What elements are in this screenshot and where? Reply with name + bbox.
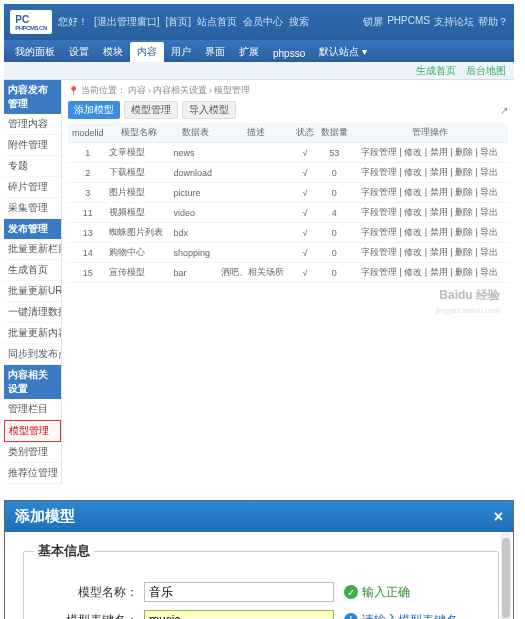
breadcrumb: 📍当前位置： 内容 › 内容相关设置 › 模型管理 (68, 84, 508, 97)
col-header: modelid (68, 123, 107, 143)
scrollbar-thumb[interactable] (502, 538, 510, 618)
col-header: 数据表 (172, 123, 219, 143)
nav-tab-4[interactable]: 用户 (164, 42, 198, 62)
manage-model-button[interactable]: 模型管理 (124, 101, 178, 119)
nav-tab-6[interactable]: 扩展 (232, 42, 266, 62)
add-model-button[interactable]: 添加模型 (68, 101, 120, 119)
search-link[interactable]: 搜索 (289, 15, 309, 29)
sidebar-item[interactable]: 同步到发布点 (4, 344, 61, 365)
side-head-publish: 内容发布管理 (4, 80, 61, 114)
forum-link[interactable]: 支持论坛 (434, 15, 474, 29)
modal-titlebar: 添加模型 × (5, 501, 513, 532)
side-head-settings: 内容相关设置 (4, 365, 61, 399)
member-center-link[interactable]: 会员中心 (243, 15, 283, 29)
sitemap-link[interactable]: 后台地图 (466, 64, 506, 78)
nav-tab-2[interactable]: 模块 (96, 42, 130, 62)
row-ops[interactable]: 字段管理 | 修改 | 禁用 | 删除 | 导出 (351, 143, 508, 163)
label-model-name: 模型名称： (34, 584, 144, 601)
hint-name-ok: ✓ 输入正确 (344, 584, 410, 601)
row-ops[interactable]: 字段管理 | 修改 | 禁用 | 删除 | 导出 (351, 263, 508, 283)
sidebar-item[interactable]: 类别管理 (4, 442, 61, 463)
phpcms-link[interactable]: PHPCMS (387, 15, 430, 29)
row-ops[interactable]: 字段管理 | 修改 | 禁用 | 删除 | 导出 (351, 163, 508, 183)
topbar-links: 您好！ [退出管理窗口] [首页] 站点首页 会员中心 搜索 (58, 15, 363, 29)
nav-tab-1[interactable]: 设置 (62, 42, 96, 62)
nav-tab-5[interactable]: 界面 (198, 42, 232, 62)
sidebar-item[interactable]: 碎片管理 (4, 177, 61, 198)
content-area: 📍当前位置： 内容 › 内容相关设置 › 模型管理 添加模型 模型管理 导入模型… (62, 80, 514, 484)
row-ops[interactable]: 字段管理 | 修改 | 禁用 | 删除 | 导出 (351, 183, 508, 203)
modal-body: 基本信息 模型名称： ✓ 输入正确 模型表键名： i 请输入模型表键名 描述： (5, 532, 513, 619)
body-row: 内容发布管理 管理内容附件管理专题碎片管理采集管理 发布管理 批量更新栏目页生成… (4, 80, 514, 484)
topbar-right: 锁屏 PHPCMS 支持论坛 帮助？ (363, 15, 508, 29)
scrollbar[interactable] (501, 532, 511, 619)
nav-tab-7[interactable]: phpsso (266, 45, 312, 62)
lock-link[interactable]: 锁屏 (363, 15, 383, 29)
sidebar-item[interactable]: 附件管理 (4, 135, 61, 156)
sidebar-item[interactable]: 专题 (4, 156, 61, 177)
nav-tab-8[interactable]: 默认站点 ▾ (312, 42, 374, 62)
sidebar-item[interactable]: 批量更新栏目页 (4, 239, 61, 260)
label-table-key: 模型表键名： (34, 612, 144, 620)
sidebar-item[interactable]: 管理栏目 (4, 399, 61, 420)
nav-tab-3[interactable]: 内容 (130, 42, 164, 62)
table-row: 13蜘蛛图片列表bdx√0字段管理 | 修改 | 禁用 | 删除 | 导出 (68, 223, 508, 243)
table-key-input[interactable] (144, 610, 334, 619)
export-icon[interactable]: ↗ (500, 105, 508, 116)
sidebar-item[interactable]: 批量更新内容页 (4, 323, 61, 344)
fieldset-basic: 基本信息 模型名称： ✓ 输入正确 模型表键名： i 请输入模型表键名 描述： (23, 542, 499, 619)
row-ops[interactable]: 字段管理 | 修改 | 禁用 | 删除 | 导出 (351, 223, 508, 243)
sidebar-item[interactable]: 一键清理数据 (4, 302, 61, 323)
model-table: modelid模型名称数据表描述状态数据量管理操作 1文章模型news√53字段… (68, 123, 508, 283)
logout-link[interactable]: [退出管理窗口] (94, 15, 160, 29)
col-header: 模型名称 (107, 123, 171, 143)
table-row: 1文章模型news√53字段管理 | 修改 | 禁用 | 删除 | 导出 (68, 143, 508, 163)
sidebar-item[interactable]: 批量更新URL (4, 281, 61, 302)
import-model-button[interactable]: 导入模型 (182, 101, 236, 119)
info-icon: i (344, 613, 358, 619)
sidebar-item[interactable]: 管理内容 (4, 114, 61, 135)
logo: PCPHPCMS.CN (10, 10, 52, 34)
home-link[interactable]: [首页] (166, 15, 192, 29)
close-icon[interactable]: × (494, 508, 503, 526)
sidebar-item[interactable]: 生成首页 (4, 260, 61, 281)
sidebar-item[interactable]: 采集管理 (4, 198, 61, 219)
welcome-text: 您好！ (58, 15, 88, 29)
sidebar-item[interactable]: 推荐位管理 (4, 463, 61, 484)
topbar: PCPHPCMS.CN 您好！ [退出管理窗口] [首页] 站点首页 会员中心 … (4, 4, 514, 40)
sidebar-item[interactable]: 模型管理 (4, 420, 61, 442)
col-header: 描述 (219, 123, 293, 143)
table-row: 3图片模型picture√0字段管理 | 修改 | 禁用 | 删除 | 导出 (68, 183, 508, 203)
admin-panel: PCPHPCMS.CN 您好！ [退出管理窗口] [首页] 站点首页 会员中心 … (4, 4, 514, 484)
row-ops[interactable]: 字段管理 | 修改 | 禁用 | 删除 | 导出 (351, 203, 508, 223)
model-name-input[interactable] (144, 582, 334, 602)
table-row: 15宣传模型bar酒吧、相关场所√0字段管理 | 修改 | 禁用 | 删除 | … (68, 263, 508, 283)
hint-table-info: i 请输入模型表键名 (344, 612, 458, 620)
nav-tab-0[interactable]: 我的面板 (8, 42, 62, 62)
watermark: Baidu 经验 jingyan.baidu.com (68, 283, 508, 317)
gen-home-link[interactable]: 生成首页 (416, 64, 456, 78)
sub-bar: 生成首页 后台地图 (4, 62, 514, 80)
table-row: 2下载模型download√0字段管理 | 修改 | 禁用 | 删除 | 导出 (68, 163, 508, 183)
col-header: 状态 (293, 123, 317, 143)
check-icon: ✓ (344, 585, 358, 599)
site-home-link[interactable]: 站点首页 (197, 15, 237, 29)
add-model-modal: 添加模型 × 基本信息 模型名称： ✓ 输入正确 模型表键名： i 请输入模型表… (4, 500, 514, 619)
col-header: 管理操作 (351, 123, 508, 143)
side-head-release: 发布管理 (4, 219, 61, 239)
legend-basic: 基本信息 (34, 542, 94, 560)
action-bar: 添加模型 模型管理 导入模型 ↗ (68, 101, 508, 119)
modal-title-text: 添加模型 (15, 507, 75, 526)
row-ops[interactable]: 字段管理 | 修改 | 禁用 | 删除 | 导出 (351, 243, 508, 263)
table-row: 11视频模型video√4字段管理 | 修改 | 禁用 | 删除 | 导出 (68, 203, 508, 223)
table-row: 14购物中心shopping√0字段管理 | 修改 | 禁用 | 删除 | 导出 (68, 243, 508, 263)
help-link[interactable]: 帮助？ (478, 15, 508, 29)
main-nav: 我的面板设置模块内容用户界面扩展phpsso默认站点 ▾ (4, 40, 514, 62)
col-header: 数据量 (317, 123, 351, 143)
sidebar: 内容发布管理 管理内容附件管理专题碎片管理采集管理 发布管理 批量更新栏目页生成… (4, 80, 62, 484)
